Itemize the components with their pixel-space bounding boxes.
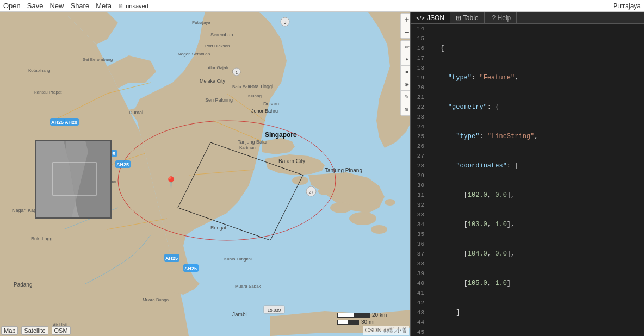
square-tool[interactable]: ■ [401,66,410,78]
svg-text:Muara Sabak: Muara Sabak [235,284,262,289]
svg-text:Batam City: Batam City [278,158,305,164]
svg-text:📍: 📍 [164,176,178,189]
menu-open[interactable]: Open [3,2,21,10]
svg-text:Johor Bahru: Johor Bahru [251,108,278,114]
svg-point-3 [330,202,352,213]
json-icon: </> [416,15,425,21]
location-text: Putrajaya [613,2,641,10]
line-numbers: 14 15 16 17 18 19 20 21 22 23 24 25 26 2… [411,24,428,336]
code-editor[interactable]: 14 15 16 17 18 19 20 21 22 23 24 25 26 2… [411,24,644,336]
osm-layer-button[interactable]: OSM [52,326,71,335]
svg-text:AH25: AH25 [116,162,129,167]
svg-text:15,039: 15,039 [268,308,281,313]
right-panel: </> JSON ⊞ Table ? Help 14 15 16 17 18 1… [410,12,644,336]
menu-new[interactable]: New [49,2,64,10]
svg-point-6 [385,199,395,206]
svg-text:AH28: AH28 [65,120,77,125]
zoom-out-button[interactable]: − [401,26,410,38]
svg-text:Kuala Tungkal: Kuala Tungkal [224,257,252,262]
svg-text:Melaka City: Melaka City [200,78,226,84]
zoom-controls: + − [400,13,410,39]
svg-point-5 [371,225,387,234]
scale-bar: 20 km 30 mi [337,312,387,326]
menu-save[interactable]: Save [27,2,44,10]
menu-meta[interactable]: Meta [96,2,112,10]
svg-point-4 [349,212,376,225]
svg-text:Negeri Sembilan: Negeri Sembilan [178,52,210,57]
tab-table[interactable]: ⊞ Table [450,12,485,23]
zoom-in-button[interactable]: + [401,14,410,26]
svg-text:Muara Bungo: Muara Bungo [143,297,169,302]
satellite-layer-button[interactable]: Satellite [21,326,48,335]
svg-text:Kotapinang: Kotapinang [28,68,50,73]
csdn-watermark: CSDN @凯小兽 [363,326,409,335]
unsaved-status: 🗎 unsaved [118,3,148,9]
svg-text:Dumai: Dumai [129,110,143,115]
menu-bar: Open Save New Share Meta 🗎 unsaved Putra… [0,0,644,12]
svg-text:Tanjung Balai: Tanjung Balai [238,139,267,145]
svg-text:AH25: AH25 [51,120,64,125]
table-icon: ⊞ [456,14,461,22]
svg-text:Rantau Prapat: Rantau Prapat [34,90,62,95]
svg-text:Seremban: Seremban [210,32,233,38]
draw-tools: ✏ ● ■ ◉ ✎ 🗑 [400,40,410,116]
svg-text:Kluang: Kluang [248,94,262,98]
marker-tool[interactable]: ◉ [401,78,410,90]
map-layer-button[interactable]: Map [1,326,18,335]
menu-share[interactable]: Share [70,2,89,10]
svg-point-2 [318,188,331,195]
circle-tool[interactable]: ● [401,53,410,65]
svg-text:27: 27 [309,190,314,195]
svg-text:Desaru: Desaru [263,101,279,107]
svg-text:Padang: Padang [14,282,32,288]
svg-text:AH25: AH25 [184,266,197,271]
svg-text:Jambi: Jambi [232,312,247,318]
svg-text:Bukittinggi: Bukittinggi [31,236,54,241]
svg-text:Batu Pahat: Batu Pahat [232,84,254,89]
pencil-tool[interactable]: ✏ [401,41,410,53]
code-content[interactable]: { "type": "Feature", "geometry": { "type… [428,24,644,336]
map-area[interactable]: Singapore Batam City Tanjung Pinang Tanj… [0,12,410,336]
svg-text:Alor Gajah: Alor Gajah [208,65,228,70]
base-layer-buttons: Map Satellite OSM [1,326,71,335]
svg-text:1: 1 [236,70,238,75]
tab-help[interactable]: ? Help [487,12,517,23]
minimap [35,140,112,219]
svg-text:Sei Berombang: Sei Berombang [83,57,113,62]
svg-text:3: 3 [283,20,286,25]
edit-tool[interactable]: ✎ [401,91,410,103]
svg-text:Port Dickson: Port Dickson [205,43,230,48]
svg-text:Rengat: Rengat [210,225,227,231]
main-content: Singapore Batam City Tanjung Pinang Tanj… [0,12,644,336]
panel-tabs: </> JSON ⊞ Table ? Help [411,12,644,24]
svg-text:Putrajaya: Putrajaya [192,20,210,25]
svg-text:Tanjung Pinang: Tanjung Pinang [325,167,362,173]
svg-text:Seri Pakning: Seri Pakning [205,97,233,103]
svg-text:Karimun: Karimun [239,145,256,150]
delete-tool[interactable]: 🗑 [401,103,410,115]
svg-text:AH25: AH25 [165,256,178,261]
tab-json[interactable]: </> JSON [411,12,450,23]
svg-text:Singapore: Singapore [265,131,297,139]
